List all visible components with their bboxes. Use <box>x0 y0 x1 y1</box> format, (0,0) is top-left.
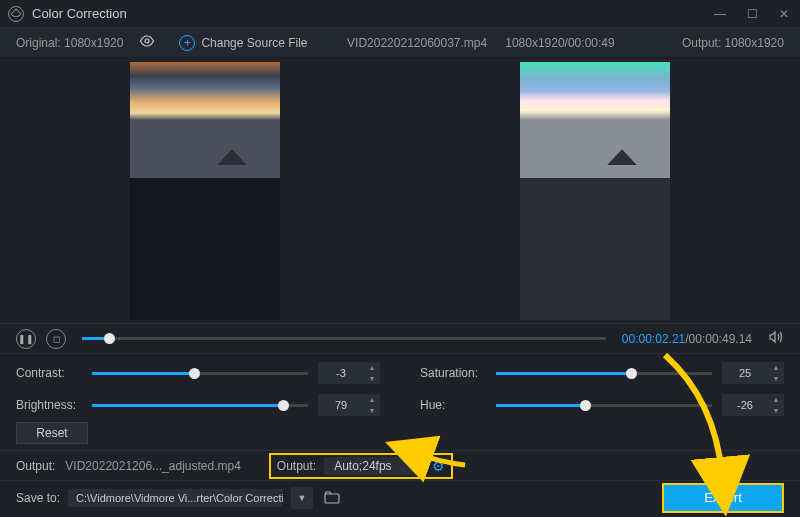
hue-slider[interactable] <box>496 404 712 407</box>
brightness-slider[interactable] <box>92 404 308 407</box>
gear-icon[interactable]: ⚙ <box>432 458 445 474</box>
brightness-input[interactable]: 79▲▼ <box>318 394 380 416</box>
hue-row: Hue: -26▲▼ <box>420 394 784 416</box>
save-path-field[interactable]: C:\Vidmore\Vidmore Vi...rter\Color Corre… <box>68 489 283 507</box>
stop-button[interactable]: ◻ <box>46 329 66 349</box>
svg-rect-1 <box>325 494 339 503</box>
output-filename: VID2022021206..._adjusted.mp4 <box>65 459 240 473</box>
adjustment-panel: Contrast: -3▲▼ Saturation: 25▲▼ Brightne… <box>0 353 800 420</box>
save-to-label: Save to: <box>16 491 60 505</box>
timeline-slider[interactable] <box>82 337 606 340</box>
playback-bar: ❚❚ ◻ 00:00:02.21/00:00:49.14 <box>0 323 800 353</box>
output-resolution: Output: 1080x1920 <box>682 36 784 50</box>
original-preview <box>130 62 280 320</box>
saturation-input[interactable]: 25▲▼ <box>722 362 784 384</box>
save-row: Save to: C:\Vidmore\Vidmore Vi...rter\Co… <box>0 480 800 514</box>
path-dropdown-button[interactable]: ▼ <box>291 487 313 509</box>
output-settings-group: Output: Auto;24fps ⚙ <box>269 453 453 479</box>
svg-point-0 <box>145 39 149 43</box>
saturation-row: Saturation: 25▲▼ <box>420 362 784 384</box>
change-source-button[interactable]: + Change Source File <box>179 35 307 51</box>
volume-icon[interactable] <box>768 330 784 347</box>
close-button[interactable]: ✕ <box>776 7 792 21</box>
saturation-slider[interactable] <box>496 372 712 375</box>
saturation-label: Saturation: <box>420 366 486 380</box>
contrast-row: Contrast: -3▲▼ <box>16 362 380 384</box>
export-button[interactable]: Export <box>662 483 784 513</box>
adjusted-preview <box>520 62 670 320</box>
change-source-label: Change Source File <box>201 36 307 50</box>
plus-icon: + <box>179 35 195 51</box>
title-bar: Color Correction — ☐ ✕ <box>0 0 800 28</box>
output-settings-label: Output: <box>277 459 316 473</box>
brightness-row: Brightness: 79▲▼ <box>16 394 380 416</box>
output-filename-label: Output: <box>16 459 55 473</box>
contrast-label: Contrast: <box>16 366 82 380</box>
down-arrow-icon: ▼ <box>364 373 380 384</box>
contrast-slider[interactable] <box>92 372 308 375</box>
reset-button[interactable]: Reset <box>16 422 88 444</box>
source-bar: Original: 1080x1920 + Change Source File… <box>0 28 800 58</box>
original-label: Original: 1080x1920 <box>16 36 123 50</box>
contrast-input[interactable]: -3▲▼ <box>318 362 380 384</box>
window-title: Color Correction <box>32 6 127 21</box>
hue-label: Hue: <box>420 398 486 412</box>
output-settings-value[interactable]: Auto;24fps <box>324 457 424 475</box>
brightness-label: Brightness: <box>16 398 82 412</box>
maximize-button[interactable]: ☐ <box>744 7 760 21</box>
file-info: VID20220212060037.mp4 1080x1920/00:00:49 <box>347 36 615 50</box>
output-row: Output: VID2022021206..._adjusted.mp4 Ou… <box>0 450 800 480</box>
pause-button[interactable]: ❚❚ <box>16 329 36 349</box>
minimize-button[interactable]: — <box>712 7 728 21</box>
up-arrow-icon: ▲ <box>364 362 380 373</box>
timecode: 00:00:02.21/00:00:49.14 <box>622 332 752 346</box>
preview-area <box>0 58 800 323</box>
preview-toggle-icon[interactable] <box>139 35 155 50</box>
app-logo-icon <box>8 6 24 22</box>
open-folder-button[interactable] <box>321 487 343 509</box>
hue-input[interactable]: -26▲▼ <box>722 394 784 416</box>
